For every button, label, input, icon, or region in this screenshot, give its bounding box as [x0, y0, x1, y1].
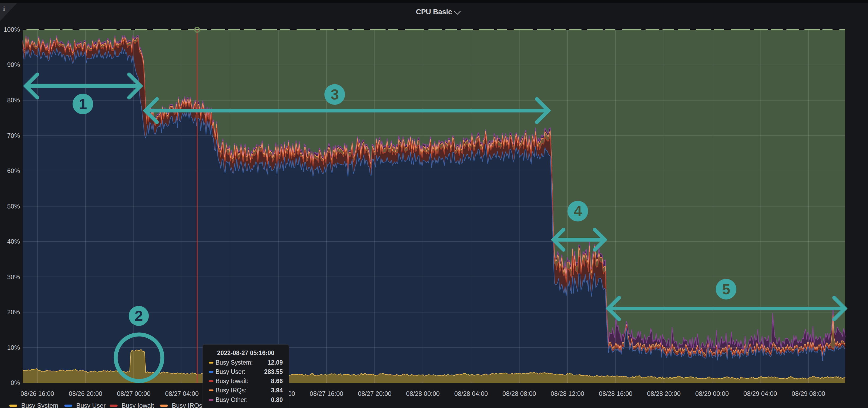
svg-text:1: 1 — [79, 96, 87, 112]
svg-text:08/29 00:00: 08/29 00:00 — [695, 390, 729, 397]
svg-text:3: 3 — [331, 86, 339, 103]
svg-text:08/26 16:00: 08/26 16:00 — [21, 390, 54, 397]
svg-text:Busy Iowait:: Busy Iowait: — [216, 378, 248, 384]
svg-text:8.66: 8.66 — [271, 378, 283, 384]
svg-text:08/28 00:00: 08/28 00:00 — [406, 390, 440, 397]
svg-text:Busy IRQs: Busy IRQs — [172, 402, 202, 408]
svg-text:i: i — [3, 5, 5, 12]
svg-text:08/28 04:00: 08/28 04:00 — [455, 390, 488, 397]
svg-text:08/27 04:00: 08/27 04:00 — [165, 390, 199, 397]
svg-text:0.80: 0.80 — [271, 396, 283, 403]
svg-text:Busy System: Busy System — [21, 402, 58, 408]
svg-text:Busy User: Busy User — [76, 402, 106, 408]
svg-text:10%: 10% — [7, 344, 20, 351]
svg-text:08/27 16:00: 08/27 16:00 — [310, 390, 343, 397]
svg-text:100%: 100% — [4, 26, 20, 33]
svg-text:08/28 08:00: 08/28 08:00 — [503, 390, 536, 397]
svg-text:2022-08-27 05:16:00: 2022-08-27 05:16:00 — [217, 349, 274, 356]
svg-text:40%: 40% — [7, 238, 20, 245]
svg-text:Busy Other:: Busy Other: — [216, 396, 248, 403]
svg-text:90%: 90% — [7, 61, 20, 68]
svg-text:08/27 20:00: 08/27 20:00 — [358, 390, 392, 397]
svg-text:80%: 80% — [7, 97, 20, 104]
svg-text:50%: 50% — [7, 203, 20, 210]
svg-text:30%: 30% — [7, 273, 20, 280]
svg-text:08/26 20:00: 08/26 20:00 — [69, 390, 102, 397]
svg-text:0%: 0% — [10, 379, 20, 386]
svg-text:3.94: 3.94 — [271, 387, 283, 394]
svg-text:4: 4 — [574, 203, 582, 219]
svg-text:08/27 00:00: 08/27 00:00 — [117, 390, 151, 397]
svg-text:60%: 60% — [7, 167, 20, 174]
svg-text:Busy IRQs:: Busy IRQs: — [216, 387, 246, 394]
svg-text:Busy Iowait: Busy Iowait — [122, 402, 154, 408]
svg-text:08/29 08:00: 08/29 08:00 — [792, 390, 825, 397]
svg-text:20%: 20% — [7, 308, 20, 316]
svg-text:08/28 16:00: 08/28 16:00 — [599, 390, 632, 397]
svg-text:CPU Basic: CPU Basic — [416, 8, 452, 16]
svg-text:Busy User:: Busy User: — [216, 368, 245, 375]
svg-text:08/28 12:00: 08/28 12:00 — [551, 390, 584, 397]
svg-text:08/29 04:00: 08/29 04:00 — [744, 390, 777, 397]
svg-text:70%: 70% — [7, 132, 20, 139]
svg-text:08/28 20:00: 08/28 20:00 — [647, 390, 681, 397]
svg-text:Busy System:: Busy System: — [216, 359, 253, 366]
svg-text:5: 5 — [722, 281, 730, 297]
svg-text:283.55: 283.55 — [264, 368, 283, 375]
svg-text:12.09: 12.09 — [268, 359, 283, 366]
svg-text:2: 2 — [134, 307, 143, 324]
